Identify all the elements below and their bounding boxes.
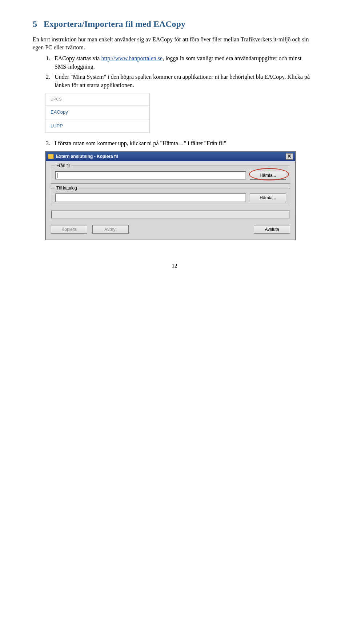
close-icon: ✕ [287, 153, 292, 160]
list-item: LUPP [45, 119, 149, 133]
heading-number: 5 [33, 19, 37, 29]
banportalen-link[interactable]: http://www.banportalen.se [101, 55, 163, 61]
step-number: 2. [46, 73, 55, 89]
step-number: 3. [46, 139, 55, 147]
step-1-pre: EACopy startas via [55, 55, 101, 61]
copy-button[interactable]: Kopiera [51, 225, 87, 234]
progress-bar [51, 211, 290, 219]
cancel-button[interactable]: Avbryt [92, 225, 129, 234]
heading-title: Exportera/Importera fil med EACopy [44, 19, 185, 29]
step-1: 1. EACopy startas via http://www.banport… [46, 54, 316, 71]
step-text: I första rutan som kommer upp, klickar n… [55, 139, 316, 147]
list-item-eacopy[interactable]: EACopy [45, 105, 149, 119]
close-button[interactable]: ✕ [286, 153, 293, 160]
step-number: 1. [46, 54, 55, 71]
group-legend: Från fil [55, 163, 71, 169]
group-to-folder: Till katalog Hämta... [51, 188, 290, 206]
exit-button[interactable]: Avsluta [254, 225, 290, 234]
section-heading: 5Exportera/Importera fil med EACopy [33, 18, 316, 30]
to-folder-input[interactable] [55, 193, 246, 202]
step-text: EACopy startas via http://www.banportale… [55, 54, 316, 71]
step-text: Under "Mina System" i den högra spalten … [55, 73, 316, 89]
text-cursor [57, 173, 57, 178]
dialog-titlebar: Extern anslutning - Kopiera fil ✕ [46, 152, 295, 161]
step-3: 3. I första rutan som kommer upp, klicka… [46, 139, 316, 147]
from-file-browse-button[interactable]: Hämta... [250, 171, 286, 180]
intro-paragraph: En kort instruktion hur man enkelt använ… [33, 36, 316, 52]
group-from-file: Från fil Hämta... [51, 166, 290, 184]
from-file-input[interactable] [55, 171, 246, 180]
to-folder-browse-button[interactable]: Hämta... [250, 193, 286, 202]
system-list-screenshot: DPCS EACopy LUPP [45, 93, 150, 133]
page-number: 12 [33, 262, 316, 270]
step-2: 2. Under "Mina System" i den högra spalt… [46, 73, 316, 89]
group-legend: Till katalog [55, 185, 79, 191]
dialog-icon [48, 154, 54, 159]
dialog-title-text: Extern anslutning - Kopiera fil [56, 154, 118, 160]
dialog-extern-anslutning: Extern anslutning - Kopiera fil ✕ Från f… [45, 151, 296, 240]
list-item: DPCS [45, 93, 149, 105]
